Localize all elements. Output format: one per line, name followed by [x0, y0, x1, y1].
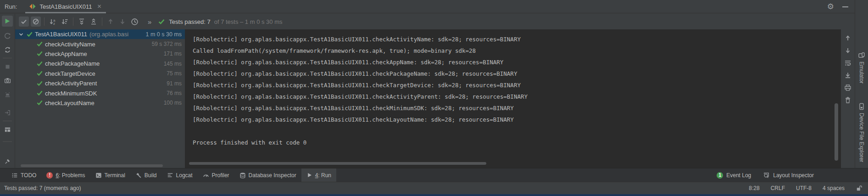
- console-line: [Robolectric] org.aplas.basicappx.TestA1…: [193, 34, 841, 45]
- console-line: [Robolectric] org.aplas.basicappx.TestA1…: [193, 56, 841, 68]
- window-bottom-accent: [0, 194, 868, 196]
- layout-inspector-button[interactable]: Layout Inspector: [763, 172, 814, 179]
- sort-by-duration-button[interactable]: [60, 17, 70, 27]
- toolbar-divider: [3, 141, 12, 142]
- stripe-item-emulator[interactable]: Emulator: [858, 51, 865, 84]
- test-history-icon[interactable]: [129, 17, 139, 27]
- layout-inspector-label: Layout Inspector: [773, 172, 814, 179]
- soft-wrap-icon[interactable]: [844, 59, 851, 67]
- test-row[interactable]: checkActivityParent 91 ms: [15, 78, 185, 88]
- test-passed-icon: [36, 60, 44, 67]
- test-name: checkTargetDevice: [45, 70, 95, 77]
- test-passed-icon: [36, 70, 44, 77]
- chevron-down-icon[interactable]: [17, 31, 25, 38]
- test-passed-icon: [26, 31, 33, 38]
- svg-text:z: z: [53, 22, 55, 25]
- test-duration: 59 s 372 ms: [152, 41, 182, 47]
- show-passed-button[interactable]: [19, 17, 29, 27]
- test-name: checkLayoutName: [45, 100, 95, 106]
- down-stacktrace-icon[interactable]: [844, 47, 851, 54]
- test-name: checkActivityName: [45, 41, 95, 48]
- test-name: checkActivityParent: [45, 80, 97, 87]
- console-exit-line: Process finished with exit code 0: [193, 137, 841, 148]
- suite-package: (org.aplas.basi: [89, 31, 128, 38]
- android-test-config-icon: [29, 3, 36, 10]
- clear-console-trash-icon[interactable]: [844, 96, 851, 104]
- console-right-toolbar: [841, 29, 855, 168]
- next-failed-test-button[interactable]: [117, 17, 128, 27]
- tool-window-button-todo[interactable]: TODO: [6, 168, 41, 182]
- test-passed-icon: [36, 40, 44, 48]
- tool-window-button-database-inspector[interactable]: Database Inspector: [234, 168, 301, 182]
- toggle-auto-test-button[interactable]: [2, 44, 13, 55]
- problems-error-icon: !: [46, 172, 53, 179]
- device-file-explorer-icon: [858, 103, 865, 110]
- stripe-label: Emulator: [858, 62, 865, 84]
- test-row[interactable]: checkLayoutName 100 ms: [15, 98, 185, 108]
- attach-debugger-to-android-process-button[interactable]: [2, 89, 13, 100]
- test-duration: 145 ms: [164, 61, 182, 67]
- caret-position-widget[interactable]: 8:28: [749, 185, 759, 191]
- tool-window-button-build[interactable]: Build: [130, 168, 162, 182]
- run-console-output[interactable]: [Robolectric] org.aplas.basicappx.TestA1…: [185, 29, 841, 168]
- rerun-button[interactable]: [2, 16, 13, 27]
- console-vertical-scrollbar[interactable]: [835, 103, 838, 161]
- tool-window-button-problems[interactable]: ! 6: Problems: [41, 168, 90, 182]
- test-suite-row[interactable]: TestA1BasicUIX011 (org.aplas.basi 1 m 0 …: [15, 29, 185, 39]
- right-tool-window-stripe: Emulator Device File Explorer: [855, 0, 868, 168]
- run-tab[interactable]: TestA1BasicUIX011 ✕: [25, 0, 106, 13]
- test-tree: TestA1BasicUIX011 (org.aplas.basi 1 m 0 …: [15, 29, 185, 168]
- pin-tab-icon[interactable]: [2, 156, 13, 167]
- console-line: [Robolectric] org.aplas.basicappx.TestA1…: [193, 114, 841, 125]
- show-ignored-button[interactable]: [31, 17, 41, 27]
- toolbar-separator: [102, 17, 102, 26]
- test-row[interactable]: checkMinimumSDK 76 ms: [15, 88, 185, 98]
- tool-window-label: Terminal: [105, 172, 125, 179]
- tool-window-button-profiler[interactable]: Profiler: [198, 168, 234, 182]
- test-duration: 100 ms: [164, 100, 182, 106]
- encoding-widget[interactable]: UTF-8: [796, 185, 812, 191]
- event-log-button[interactable]: 1 Event Log: [717, 172, 751, 179]
- expand-all-button[interactable]: [77, 17, 87, 27]
- tree-horizontal-scrollbar[interactable]: [21, 164, 163, 167]
- print-icon[interactable]: [844, 84, 851, 91]
- test-row[interactable]: checkAppName 171 ms: [15, 49, 185, 59]
- rerun-failed-tests-button[interactable]: [2, 30, 13, 41]
- test-row[interactable]: checkPackageName 145 ms: [15, 59, 185, 68]
- toolbar-divider: [3, 121, 12, 121]
- close-icon[interactable]: ✕: [97, 4, 101, 9]
- sort-alphabetically-button[interactable]: az: [48, 17, 58, 27]
- tool-window-label: : Problems: [59, 172, 85, 179]
- tool-window-label: Profiler: [212, 172, 229, 179]
- restore-layout-button[interactable]: [2, 124, 13, 135]
- collapse-all-button[interactable]: [89, 17, 99, 27]
- suite-name: TestA1BasicUIX011: [35, 31, 87, 38]
- previous-failed-test-button[interactable]: [106, 17, 116, 27]
- tool-window-label: Logcat: [176, 172, 193, 179]
- tool-window-button-run[interactable]: 4: Run: [301, 168, 336, 182]
- test-name: checkPackageName: [45, 60, 100, 67]
- import-test-results-button[interactable]: [2, 107, 13, 118]
- scroll-to-end-icon[interactable]: [844, 72, 851, 79]
- gear-icon[interactable]: ⚙: [827, 3, 834, 11]
- screenshot-camera-icon[interactable]: [2, 75, 13, 86]
- hide-tool-window-icon[interactable]: [842, 6, 848, 7]
- indent-widget[interactable]: 4 spaces: [823, 185, 845, 191]
- line-separator-widget[interactable]: CRLF: [771, 185, 785, 191]
- status-message: Tests passed: 7 (moments ago): [4, 185, 81, 191]
- console-horizontal-scrollbar[interactable]: [189, 162, 486, 165]
- test-row[interactable]: checkActivityName 59 s 372 ms: [15, 39, 185, 49]
- test-row[interactable]: checkTargetDevice 75 ms: [15, 69, 185, 78]
- database-icon: [239, 172, 246, 179]
- up-stacktrace-icon[interactable]: [844, 34, 851, 42]
- stripe-item-device-file-explorer[interactable]: Device File Explorer: [858, 103, 865, 162]
- unlock-icon[interactable]: [856, 185, 862, 192]
- tests-passed-count: Tests passed: 7: [169, 18, 210, 25]
- test-passed-icon: [36, 99, 44, 106]
- tool-window-button-logcat[interactable]: Logcat: [162, 168, 198, 182]
- profiler-gauge-icon: [203, 172, 209, 179]
- stop-button[interactable]: [2, 61, 13, 72]
- tool-window-button-terminal[interactable]: Terminal: [90, 168, 130, 182]
- emulator-icon: [858, 51, 865, 59]
- toolbar-overflow-icon[interactable]: »: [148, 18, 151, 26]
